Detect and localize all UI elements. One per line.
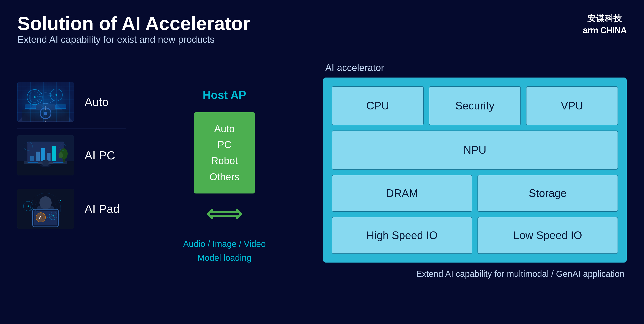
- auto-image: [17, 82, 74, 122]
- bottom-label: Extend AI capability for multimodal / Ge…: [323, 269, 627, 279]
- svg-rect-24: [52, 146, 56, 161]
- npu-label: NPU: [464, 144, 486, 156]
- auto-label: Auto: [84, 95, 109, 109]
- middle-inner: Host AP AutoPCRobotOthers ⟺ Audio / Imag…: [183, 88, 266, 265]
- logo-area: 安谋科技 arm CHINA: [583, 13, 627, 35]
- svg-text:AI: AI: [39, 216, 42, 219]
- header: Solution of AI Accelerator Extend AI cap…: [17, 13, 627, 56]
- svg-rect-20: [30, 156, 34, 161]
- data-labels: Audio / Image / Video Model loading: [183, 237, 266, 265]
- cpu-label: CPU: [366, 99, 389, 112]
- host-ap-box: AutoPCRobotOthers: [194, 112, 255, 194]
- accel-row-2: NPU: [332, 130, 618, 170]
- host-ap-items: AutoPCRobotOthers: [207, 121, 242, 185]
- logo-arm: arm CHINA: [583, 25, 627, 35]
- slide: Solution of AI Accelerator Extend AI cap…: [0, 0, 644, 324]
- accel-row-3: DRAM Storage: [332, 175, 618, 212]
- middle-section: Host AP AutoPCRobotOthers ⟺ Audio / Imag…: [126, 62, 323, 265]
- page-title: Solution of AI Accelerator: [17, 13, 250, 34]
- accel-lowspeed-block: Low Speed IO: [478, 217, 618, 254]
- svg-rect-22: [41, 148, 45, 161]
- aipc-label: AI PC: [84, 148, 115, 162]
- left-section: Auto: [17, 75, 126, 235]
- header-left: Solution of AI Accelerator Extend AI cap…: [17, 13, 250, 56]
- accel-dram-block: DRAM: [332, 175, 472, 212]
- svg-point-31: [38, 162, 43, 165]
- accel-highspeed-block: High Speed IO: [332, 217, 472, 254]
- aipad-image: AI: [17, 189, 74, 229]
- use-case-aipc: AI PC: [17, 129, 126, 182]
- accel-row-4: High Speed IO Low Speed IO: [332, 217, 618, 254]
- aipad-svg: AI: [17, 189, 74, 229]
- lowspeed-label: Low Speed IO: [514, 229, 582, 242]
- arrow-row: ⟺: [183, 200, 266, 226]
- accel-cpu-block: CPU: [332, 86, 424, 125]
- ai-accel-label: AI accelerator: [323, 62, 627, 73]
- dram-label: DRAM: [386, 187, 418, 200]
- svg-rect-23: [46, 153, 50, 161]
- svg-rect-21: [36, 151, 40, 161]
- aipc-image: [17, 135, 74, 176]
- svg-rect-30: [42, 160, 49, 166]
- logo-arm-text: arm CHINA: [583, 25, 627, 35]
- storage-label: Storage: [529, 187, 566, 200]
- accel-box: CPU Security VPU NPU: [323, 78, 627, 263]
- vpu-label: VPU: [561, 99, 583, 112]
- data-flow-line1: Audio / Image / Video: [183, 237, 266, 251]
- svg-point-28: [58, 152, 63, 158]
- accel-security-block: Security: [429, 86, 521, 125]
- use-case-auto: Auto: [17, 75, 126, 129]
- accel-storage-block: Storage: [478, 175, 618, 212]
- aipad-label: AI Pad: [84, 202, 120, 215]
- double-arrow-icon: ⟺: [206, 200, 243, 226]
- aipc-svg: [17, 135, 74, 176]
- accel-row-1: CPU Security VPU: [332, 86, 618, 125]
- security-label: Security: [455, 99, 494, 112]
- highspeed-label: High Speed IO: [366, 229, 438, 242]
- svg-point-49: [60, 200, 61, 201]
- svg-point-32: [48, 162, 54, 165]
- svg-point-39: [40, 196, 52, 209]
- accel-npu-block: NPU: [332, 130, 618, 170]
- host-ap-label: Host AP: [203, 88, 246, 101]
- subtitle: Extend AI capability for exist and new p…: [17, 34, 250, 45]
- logo-chinese: 安谋科技: [588, 13, 622, 24]
- main-content: Auto: [17, 62, 627, 279]
- right-section: AI accelerator CPU Security VPU: [323, 62, 627, 279]
- accel-vpu-block: VPU: [526, 86, 618, 125]
- data-flow-line2: Model loading: [183, 251, 266, 265]
- use-case-aipad: AI: [17, 182, 126, 235]
